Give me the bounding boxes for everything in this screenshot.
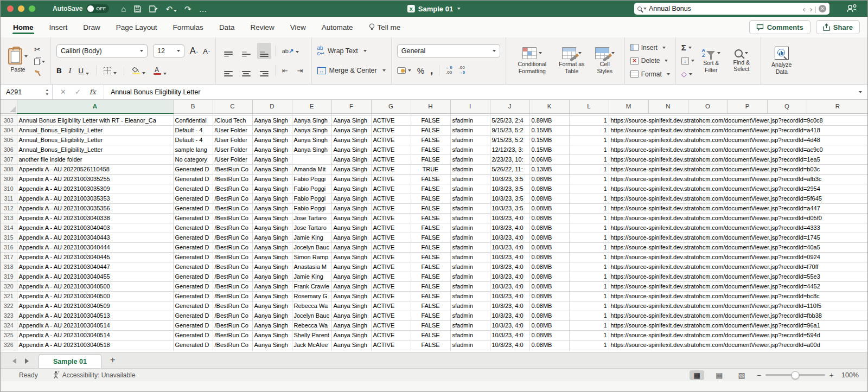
cell-B305[interactable]: Default - 4: [173, 135, 213, 145]
zoom-level[interactable]: 100%: [841, 371, 859, 379]
cell-I325[interactable]: sfadmin: [450, 330, 490, 340]
tab-view[interactable]: View: [290, 18, 307, 36]
cell-K318[interactable]: 0.08MB: [529, 262, 569, 272]
cell-J314[interactable]: 10/3/23, 4:0: [490, 223, 529, 233]
cell-M304[interactable]: https://source-spinifexit.dev.stratohcm.…: [609, 125, 867, 135]
cell-M308[interactable]: https://source-spinifexit.dev.stratohcm.…: [609, 164, 867, 174]
cell-J323[interactable]: 10/3/23, 4:0: [490, 311, 529, 320]
cell-D319[interactable]: Aanya Singh: [252, 272, 292, 281]
cell-L318[interactable]: 1: [569, 262, 609, 272]
cell-B314[interactable]: Generated D: [173, 223, 213, 233]
increase-font-size-button[interactable]: Aˆ: [190, 46, 197, 56]
cell-K323[interactable]: 0.08MB: [529, 311, 569, 320]
cell-H311[interactable]: FALSE: [411, 194, 450, 203]
cell-M312[interactable]: https://source-spinifexit.dev.stratohcm.…: [609, 203, 867, 213]
cell-D320[interactable]: Aanya Singh: [252, 281, 292, 291]
cell-A314[interactable]: Appendix A - AU 20231003040403: [17, 223, 173, 233]
row-header-319[interactable]: 319: [1, 272, 17, 281]
cell-C323[interactable]: /BestRun Co: [213, 311, 252, 320]
cell-C309[interactable]: /BestRun Co: [213, 174, 252, 184]
tab-data[interactable]: Data: [219, 18, 235, 36]
cell-I305[interactable]: sfadmin: [450, 135, 490, 145]
cell-I314[interactable]: sfadmin: [450, 223, 490, 233]
cell-C311[interactable]: /BestRun Co: [213, 194, 252, 203]
cell-E311[interactable]: Fabio Poggi: [292, 194, 331, 203]
cell-F310[interactable]: Aanya Singh: [331, 184, 371, 194]
expand-formula-bar-icon[interactable]: [859, 91, 862, 93]
cell-H316[interactable]: FALSE: [411, 242, 450, 252]
cell-M315[interactable]: https://source-spinifexit.dev.stratohcm.…: [609, 233, 867, 242]
column-header-M[interactable]: M: [609, 100, 648, 113]
cell-B309[interactable]: Generated D: [173, 174, 213, 184]
search-box[interactable]: ‹ › | ✕: [634, 3, 829, 15]
cell-A318[interactable]: Appendix A - AU 20231003040447: [17, 262, 173, 272]
cell-E326[interactable]: Jack McAfee: [292, 340, 331, 350]
cell-G318[interactable]: ACTIVE: [371, 262, 411, 272]
cell-A322[interactable]: Appendix A - AU 20231003040509: [17, 301, 173, 311]
cell-A317[interactable]: Appendix A - AU 20231003040445: [17, 252, 173, 262]
cell-I309[interactable]: sfadmin: [450, 174, 490, 184]
row-header-303[interactable]: 303: [1, 115, 17, 125]
cell-L314[interactable]: 1: [569, 223, 609, 233]
row-header-311[interactable]: 311: [1, 194, 17, 203]
cell-F307[interactable]: Aanya Singh: [331, 155, 371, 164]
cell-A306[interactable]: Annual_Bonus_Eligibility_Letter: [17, 145, 173, 155]
cell-G311[interactable]: ACTIVE: [371, 194, 411, 203]
cell-L305[interactable]: 1: [569, 135, 609, 145]
search-input[interactable]: [649, 5, 801, 12]
cell-H319[interactable]: FALSE: [411, 272, 450, 281]
cell-K312[interactable]: 0.08MB: [529, 203, 569, 213]
cell-B311[interactable]: Generated D: [173, 194, 213, 203]
tab-automate[interactable]: Automate: [321, 18, 354, 36]
cell-E315[interactable]: Jamie King: [292, 233, 331, 242]
cell-M322[interactable]: https://source-spinifexit.dev.stratohcm.…: [609, 301, 867, 311]
cell-G324[interactable]: ACTIVE: [371, 320, 411, 330]
align-right-button[interactable]: [257, 62, 271, 79]
font-name-select[interactable]: Calibri (Body): [56, 44, 148, 57]
cell-C317[interactable]: /BestRun Co: [213, 252, 252, 262]
cell-A307[interactable]: another file inside folder: [17, 155, 173, 164]
cell-A315[interactable]: Appendix A - AU 20231003040443: [17, 233, 173, 242]
cell-H323[interactable]: FALSE: [411, 311, 450, 320]
cell-F326[interactable]: Aanya Singh: [331, 340, 371, 350]
row-header-318[interactable]: 318: [1, 262, 17, 272]
cell-B319[interactable]: Generated D: [173, 272, 213, 281]
cell-C318[interactable]: /BestRun Co: [213, 262, 252, 272]
cell-H313[interactable]: FALSE: [411, 213, 450, 223]
cell-D321[interactable]: Aanya Singh: [252, 291, 292, 301]
home-icon[interactable]: ⌂: [121, 5, 126, 13]
bold-button[interactable]: B: [56, 67, 62, 75]
cell-C305[interactable]: /User Folder: [213, 135, 252, 145]
cell-L324[interactable]: 1: [569, 320, 609, 330]
clear-button[interactable]: ◇: [681, 68, 694, 80]
font-color-button[interactable]: A: [152, 67, 167, 75]
cell-E305[interactable]: Aanya Singh: [292, 135, 331, 145]
cell-L322[interactable]: 1: [569, 301, 609, 311]
column-header-E[interactable]: E: [292, 100, 331, 113]
cell-L308[interactable]: 1: [569, 164, 609, 174]
cell-J306[interactable]: 12/12/23, 3:: [490, 145, 529, 155]
column-header-L[interactable]: L: [569, 100, 609, 113]
cell-K316[interactable]: 0.08MB: [529, 242, 569, 252]
cell-J320[interactable]: 10/3/23, 4:0: [490, 281, 529, 291]
share-button[interactable]: Share: [816, 20, 860, 34]
row-header-315[interactable]: 315: [1, 233, 17, 242]
cell-J307[interactable]: 2/23/23, 10:: [490, 155, 529, 164]
italic-button[interactable]: I: [69, 66, 72, 75]
cell-M307[interactable]: https://source-spinifexit.dev.stratohcm.…: [609, 155, 867, 164]
cell-styles-button[interactable]: Cell Styles: [591, 46, 619, 75]
cell-K310[interactable]: 0.08MB: [529, 184, 569, 194]
cell-J304[interactable]: 9/15/23, 5:2: [490, 125, 529, 135]
cell-B325[interactable]: Generated D: [173, 330, 213, 340]
zoom-slider[interactable]: − +: [757, 371, 834, 380]
comments-button[interactable]: Comments: [749, 20, 810, 34]
save-icon[interactable]: [133, 5, 142, 13]
decrease-font-size-button[interactable]: Aˇ: [203, 47, 209, 55]
cell-G306[interactable]: ACTIVE: [371, 145, 411, 155]
column-header-A[interactable]: A: [17, 100, 173, 113]
tab-tell-me[interactable]: Tell me: [368, 18, 401, 36]
cell-G319[interactable]: ACTIVE: [371, 272, 411, 281]
column-header-G[interactable]: G: [371, 100, 411, 113]
cell-J308[interactable]: 5/26/22, 11:: [490, 164, 529, 174]
increase-indent-button[interactable]: ⇥: [295, 65, 306, 77]
